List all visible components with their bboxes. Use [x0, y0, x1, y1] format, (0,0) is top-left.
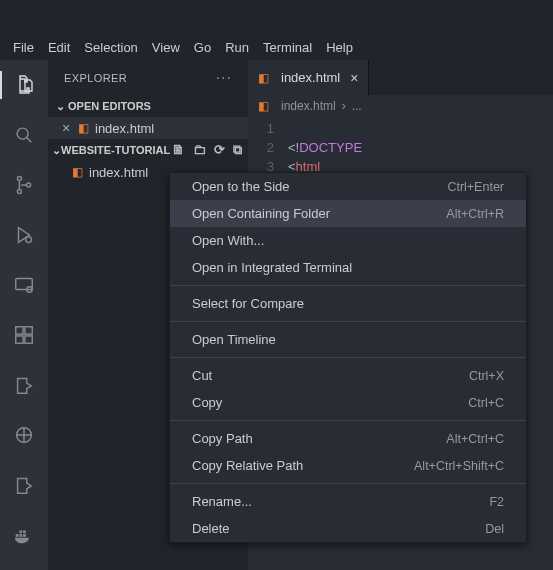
- svg-rect-10: [25, 327, 32, 334]
- ctx-delete[interactable]: DeleteDel: [170, 515, 526, 542]
- context-menu: Open to the SideCtrl+Enter Open Containi…: [169, 172, 527, 543]
- explorer-title: EXPLORER: [64, 72, 127, 84]
- menu-help[interactable]: Help: [319, 40, 360, 55]
- close-tab-icon[interactable]: ×: [350, 70, 358, 86]
- source-control-icon[interactable]: [12, 173, 36, 197]
- close-icon[interactable]: ×: [62, 120, 78, 136]
- html-file-icon: ◧: [258, 71, 269, 85]
- ctx-open-terminal[interactable]: Open in Integrated Terminal: [170, 254, 526, 281]
- ctx-open-with[interactable]: Open With...: [170, 227, 526, 254]
- remote-icon[interactable]: [12, 273, 36, 297]
- svg-rect-16: [23, 530, 26, 533]
- svg-rect-5: [16, 279, 33, 290]
- project-header[interactable]: ⌄ WEBSITE-TUTORIAL 🗎 🗀 ⟳ ⧉: [48, 139, 248, 161]
- search-icon[interactable]: [12, 123, 36, 147]
- chevron-down-icon: ⌄: [52, 144, 61, 157]
- menu-run[interactable]: Run: [218, 40, 256, 55]
- svg-point-4: [26, 237, 32, 243]
- docker-icon[interactable]: [12, 523, 36, 547]
- ctx-cut[interactable]: CutCtrl+X: [170, 362, 526, 389]
- svg-point-1: [17, 177, 21, 181]
- html-file-icon: ◧: [78, 121, 89, 135]
- new-folder-icon[interactable]: 🗀: [193, 142, 206, 158]
- refresh-icon[interactable]: ⟳: [214, 142, 225, 158]
- svg-point-2: [17, 189, 21, 193]
- open-editor-label: index.html: [95, 121, 154, 136]
- svg-rect-9: [25, 336, 32, 343]
- separator: [170, 483, 526, 484]
- title-bar: [0, 0, 553, 35]
- svg-rect-7: [16, 327, 23, 334]
- menu-terminal[interactable]: Terminal: [256, 40, 319, 55]
- menu-selection[interactable]: Selection: [77, 40, 144, 55]
- explorer-icon[interactable]: [12, 73, 36, 97]
- run-debug-icon[interactable]: [12, 223, 36, 247]
- ext-icon-2[interactable]: [12, 423, 36, 447]
- tab-index-html[interactable]: ◧ index.html ×: [248, 60, 369, 95]
- separator: [170, 285, 526, 286]
- separator: [170, 321, 526, 322]
- tab-label: index.html: [281, 70, 340, 85]
- menu-bar: File Edit Selection View Go Run Terminal…: [0, 35, 553, 60]
- open-editors-header[interactable]: ⌄ OPEN EDITORS: [48, 95, 248, 117]
- collapse-icon[interactable]: ⧉: [233, 142, 242, 158]
- open-editor-item[interactable]: × ◧ index.html: [48, 117, 248, 139]
- menu-go[interactable]: Go: [187, 40, 218, 55]
- activity-bar: [0, 60, 48, 570]
- ext-icon-3[interactable]: [12, 473, 36, 497]
- ctx-copy-path[interactable]: Copy PathAlt+Ctrl+C: [170, 425, 526, 452]
- separator: [170, 420, 526, 421]
- ext-icon-1[interactable]: [12, 373, 36, 397]
- extensions-icon[interactable]: [12, 323, 36, 347]
- tab-bar: ◧ index.html ×: [248, 60, 553, 95]
- ctx-rename[interactable]: Rename...F2: [170, 488, 526, 515]
- svg-point-0: [17, 128, 28, 139]
- svg-point-3: [27, 183, 31, 187]
- svg-rect-8: [16, 336, 23, 343]
- ctx-open-timeline[interactable]: Open Timeline: [170, 326, 526, 353]
- separator: [170, 357, 526, 358]
- svg-rect-13: [19, 534, 22, 537]
- html-file-icon: ◧: [72, 165, 83, 179]
- more-icon[interactable]: ···: [216, 69, 232, 87]
- ctx-open-side[interactable]: Open to the SideCtrl+Enter: [170, 173, 526, 200]
- html-file-icon: ◧: [258, 99, 269, 113]
- ctx-copy[interactable]: CopyCtrl+C: [170, 389, 526, 416]
- svg-rect-15: [19, 530, 22, 533]
- menu-view[interactable]: View: [145, 40, 187, 55]
- svg-rect-12: [16, 534, 19, 537]
- breadcrumb[interactable]: ◧ index.html › ...: [248, 95, 553, 117]
- chevron-down-icon: ⌄: [52, 100, 68, 113]
- new-file-icon[interactable]: 🗎: [172, 142, 185, 158]
- chevron-right-icon: ›: [342, 99, 346, 113]
- menu-edit[interactable]: Edit: [41, 40, 77, 55]
- file-label: index.html: [89, 165, 148, 180]
- ctx-select-compare[interactable]: Select for Compare: [170, 290, 526, 317]
- svg-rect-14: [23, 534, 26, 537]
- menu-file[interactable]: File: [6, 40, 41, 55]
- ctx-copy-relative-path[interactable]: Copy Relative PathAlt+Ctrl+Shift+C: [170, 452, 526, 479]
- ctx-open-containing-folder[interactable]: Open Containing FolderAlt+Ctrl+R: [170, 200, 526, 227]
